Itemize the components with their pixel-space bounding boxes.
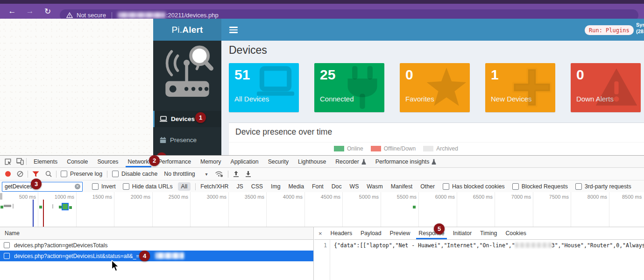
tab-performance-insights[interactable]: Performance insights xyxy=(371,156,441,167)
disable-cache-checkbox[interactable] xyxy=(112,171,119,177)
filter-type-font[interactable]: Font xyxy=(312,183,324,190)
hamburger-icon[interactable] xyxy=(229,27,238,35)
sync-status-text: Syn (28, xyxy=(636,22,644,35)
request-row[interactable]: devices.php?action=getDevicesTotals xyxy=(0,240,313,251)
filter-type-media[interactable]: Media xyxy=(289,183,304,190)
filter-input[interactable] xyxy=(2,182,83,192)
reload-icon[interactable]: ↻ xyxy=(42,7,53,16)
tab-elements[interactable]: Elements xyxy=(29,156,62,167)
waterfall-mark xyxy=(52,204,53,208)
network-overview[interactable]: 500 ms 1000 ms 1500 ms 2000 ms 2500 ms 3… xyxy=(0,192,644,227)
hide-data-urls-label[interactable]: Hide data URLs xyxy=(132,183,173,190)
legend-label[interactable]: Online xyxy=(347,145,363,152)
request-list: Name devices.php?action=getDevicesTotals… xyxy=(0,227,314,280)
filter-type-all[interactable]: All xyxy=(178,182,191,191)
blocked-requests-label[interactable]: Blocked Requests xyxy=(522,183,568,190)
filter-type-other[interactable]: Other xyxy=(420,183,435,190)
tab-sources[interactable]: Sources xyxy=(92,156,123,167)
card-connected[interactable]: 25 Connected xyxy=(314,63,384,112)
filter-type-css[interactable]: CSS xyxy=(251,183,263,190)
timeline-label: 5000 ms xyxy=(346,194,379,200)
clear-filter-icon[interactable]: × xyxy=(75,184,80,189)
filter-funnel-icon[interactable] xyxy=(32,171,39,177)
has-blocked-cookies-checkbox[interactable] xyxy=(443,183,449,190)
brand-logo[interactable]: Pi.Alert xyxy=(153,19,221,41)
tab-recorder[interactable]: Recorder xyxy=(331,156,371,167)
record-button[interactable] xyxy=(5,171,11,177)
legend-label[interactable]: Offline/Down xyxy=(384,145,416,152)
tab-performance[interactable]: Performance xyxy=(154,156,196,167)
legend-label[interactable]: Archived xyxy=(436,145,458,152)
response-viewer[interactable]: 1 {"data":[["laptop","Net - Huawei","Int… xyxy=(314,240,644,280)
inspect-element-icon[interactable] xyxy=(4,158,12,165)
timeline-gridline xyxy=(571,192,571,227)
tab-initiator[interactable]: Initiator xyxy=(449,227,476,239)
search-icon[interactable] xyxy=(45,171,52,177)
tab-security[interactable]: Security xyxy=(263,156,293,167)
filter-type-ws[interactable]: WS xyxy=(350,183,359,190)
filter-type-img[interactable]: Img xyxy=(271,183,281,190)
timeline-label: 8500 ms xyxy=(622,194,644,200)
preserve-log-label[interactable]: Preserve log xyxy=(70,171,102,177)
back-icon[interactable]: ← xyxy=(7,7,18,16)
third-party-checkbox[interactable] xyxy=(575,183,582,190)
legend-swatch-online[interactable] xyxy=(334,146,344,151)
filter-type-wasm[interactable]: Wasm xyxy=(367,183,382,190)
tab-memory[interactable]: Memory xyxy=(196,156,226,167)
timeline-gridline xyxy=(457,192,457,227)
filter-type-js[interactable]: JS xyxy=(236,183,243,190)
filter-type-fetch-xhr[interactable]: Fetch/XHR xyxy=(200,183,228,190)
legend-swatch-archived[interactable] xyxy=(423,146,433,151)
timeline-gridline xyxy=(418,192,419,227)
name-column-header[interactable]: Name xyxy=(0,227,313,240)
invert-checkbox[interactable] xyxy=(92,183,99,190)
request-checkbox[interactable] xyxy=(4,242,10,248)
tab-timing[interactable]: Timing xyxy=(476,227,501,239)
close-icon[interactable]: × xyxy=(314,230,326,237)
preserve-log-checkbox[interactable] xyxy=(61,171,67,177)
request-row-selected[interactable]: devices.php?action=getDevicesList&status… xyxy=(0,251,313,261)
tab-console[interactable]: Console xyxy=(62,156,92,167)
card-favorites[interactable]: 0 Favorites xyxy=(400,63,470,112)
forward-icon[interactable]: → xyxy=(24,7,35,16)
tab-preview[interactable]: Preview xyxy=(386,227,415,239)
clear-icon[interactable] xyxy=(17,171,23,177)
request-checkbox[interactable] xyxy=(4,253,10,259)
tab-cookies[interactable]: Cookies xyxy=(501,227,530,239)
filter-type-manifest[interactable]: Manifest xyxy=(391,183,412,190)
flask-icon xyxy=(361,159,366,165)
invert-label[interactable]: Invert xyxy=(101,183,116,190)
plug-icon xyxy=(342,66,382,111)
filter-type-doc[interactable]: Doc xyxy=(332,183,342,190)
sidebar-item-presence[interactable]: Presence xyxy=(153,132,221,148)
dom-content-loaded-line xyxy=(33,200,34,227)
page-title: Devices xyxy=(229,44,267,57)
hide-data-urls-checkbox[interactable] xyxy=(123,183,129,190)
window-titlebar xyxy=(0,0,644,4)
blocked-requests-checkbox[interactable] xyxy=(512,183,519,190)
third-party-label[interactable]: 3rd-party requests xyxy=(585,183,631,190)
run-plugins-button[interactable]: Run: Plugins xyxy=(585,25,634,35)
throttling-select[interactable]: No throttling xyxy=(164,171,195,177)
disable-cache-label[interactable]: Disable cache xyxy=(121,171,157,177)
timeline-gridline xyxy=(38,192,38,227)
timeline-gridline xyxy=(266,192,267,227)
chevron-down-icon[interactable]: ▾ xyxy=(205,172,208,177)
has-blocked-cookies-label[interactable]: Has blocked cookies xyxy=(452,183,505,190)
export-har-icon[interactable] xyxy=(245,171,251,177)
laptop-icon xyxy=(254,66,297,104)
tab-application[interactable]: Application xyxy=(226,156,263,167)
redacted-mac xyxy=(515,243,552,248)
tab-payload[interactable]: Payload xyxy=(356,227,385,239)
tab-lighthouse[interactable]: Lighthouse xyxy=(293,156,331,167)
card-down-alerts[interactable]: 0 Down Alerts xyxy=(571,63,641,112)
device-toolbar-icon[interactable] xyxy=(16,158,24,165)
network-conditions-icon[interactable] xyxy=(215,171,223,177)
tab-headers[interactable]: Headers xyxy=(326,227,356,239)
timeline-label: 500 ms xyxy=(3,194,36,200)
legend-swatch-offline[interactable] xyxy=(371,146,381,151)
card-all-devices[interactable]: 51 All Devices xyxy=(229,63,299,112)
import-har-icon[interactable] xyxy=(233,171,239,177)
sidebar-item-devices[interactable]: Devices xyxy=(153,111,221,127)
card-new-devices[interactable]: 1 New Devices xyxy=(485,63,555,112)
